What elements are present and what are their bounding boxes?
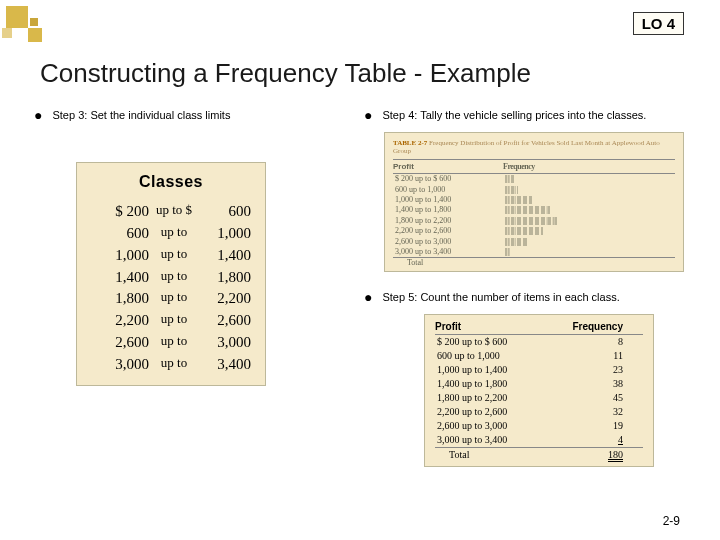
left-column: ● Step 3: Set the individual class limit… xyxy=(34,108,334,386)
slide-title: Constructing a Frequency Table - Example xyxy=(40,58,531,89)
learning-objective-badge: LO 4 xyxy=(633,12,684,35)
step5-text: Step 5: Count the number of items in eac… xyxy=(382,290,704,304)
bullet-icon: ● xyxy=(364,290,372,304)
classes-table: Classes $ 200up to $600 600up to1,000 1,… xyxy=(76,162,266,386)
freq-row: 1,800 up to 2,20045 xyxy=(435,391,643,405)
tally-caption: TABLE 2-7 Frequency Distribution of Prof… xyxy=(393,139,675,155)
step3-bullet: ● Step 3: Set the individual class limit… xyxy=(34,108,334,122)
freq-row: 3,000 up to 3,4004 xyxy=(435,433,643,448)
bullet-icon: ● xyxy=(364,108,372,122)
tally-row: 3,000 up to 3,400|||| xyxy=(393,247,675,258)
freq-row: 2,200 up to 2,60032 xyxy=(435,405,643,419)
freq-row: 1,000 up to 1,40023 xyxy=(435,363,643,377)
freq-row: 1,400 up to 1,80038 xyxy=(435,377,643,391)
step4-text: Step 4: Tally the vehicle selling prices… xyxy=(382,108,704,122)
class-row: 1,400up to1,800 xyxy=(91,267,251,289)
tally-total: Total xyxy=(393,258,675,269)
tally-header-freq: Frequency xyxy=(503,160,675,174)
class-row: 2,200up to2,600 xyxy=(91,310,251,332)
tally-row: $ 200 up to $ 600|||| ||| xyxy=(393,174,675,185)
class-row: 1,000up to1,400 xyxy=(91,245,251,267)
slide-body: ● Step 3: Set the individual class limit… xyxy=(34,108,700,510)
freq-row: $ 200 up to $ 6008 xyxy=(435,335,643,350)
classes-header: Classes xyxy=(91,173,251,191)
class-row: 600up to1,000 xyxy=(91,223,251,245)
tally-row: 1,800 up to 2,200|||| |||| |||| |||| |||… xyxy=(393,216,675,226)
step3-text: Step 3: Set the individual class limits xyxy=(52,108,334,122)
freq-row: 2,600 up to 3,00019 xyxy=(435,419,643,433)
step4-bullet: ● Step 4: Tally the vehicle selling pric… xyxy=(364,108,704,122)
page-number: 2-9 xyxy=(663,514,680,528)
freq-row: 600 up to 1,00011 xyxy=(435,349,643,363)
tally-row: 600 up to 1,000|||| |||| | xyxy=(393,185,675,195)
tally-table: TABLE 2-7 Frequency Distribution of Prof… xyxy=(384,132,684,272)
tally-row: 1,400 up to 1,800|||| |||| |||| |||| |||… xyxy=(393,205,675,215)
class-row: $ 200up to $600 xyxy=(91,201,251,223)
frequency-table: ProfitFrequency $ 200 up to $ 6008 600 u… xyxy=(424,314,654,467)
step5-bullet: ● Step 5: Count the number of items in e… xyxy=(364,290,704,304)
class-row: 1,800up to2,200 xyxy=(91,288,251,310)
tally-header-profit: Profit xyxy=(393,160,503,174)
class-row: 2,600up to3,000 xyxy=(91,332,251,354)
freq-header-profit: Profit xyxy=(435,319,565,335)
class-row: 3,000up to3,400 xyxy=(91,354,251,376)
right-column: ● Step 4: Tally the vehicle selling pric… xyxy=(364,108,704,467)
bullet-icon: ● xyxy=(34,108,42,122)
tally-row: 2,600 up to 3,000|||| |||| |||| |||| xyxy=(393,237,675,247)
slide-decoration xyxy=(0,0,60,60)
freq-total: Total180 xyxy=(435,448,643,463)
tally-row: 1,000 up to 1,400|||| |||| |||| |||| ||| xyxy=(393,195,675,205)
freq-header-freq: Frequency xyxy=(565,319,643,335)
tally-row: 2,200 up to 2,600|||| |||| |||| |||| |||… xyxy=(393,226,675,236)
